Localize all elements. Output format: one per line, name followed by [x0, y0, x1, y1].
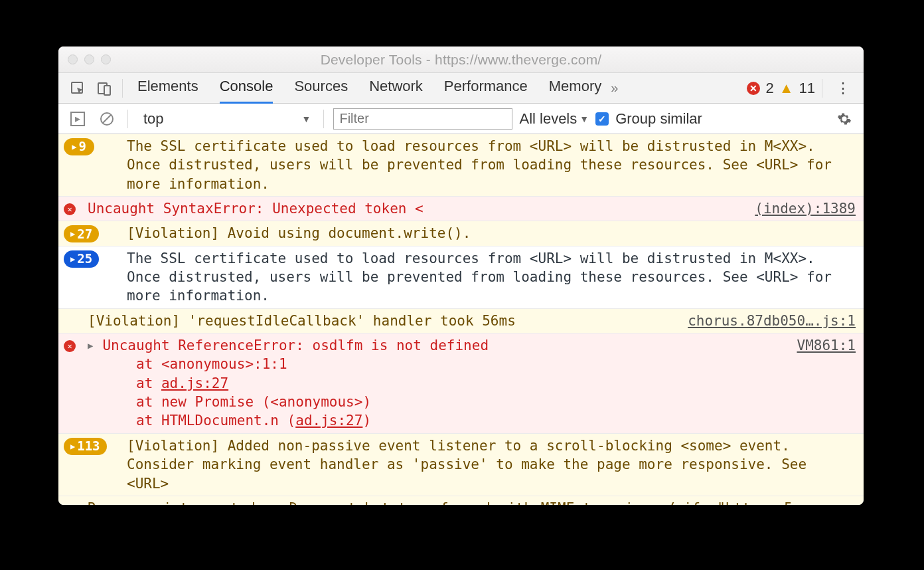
tab-network[interactable]: Network [369, 72, 423, 104]
group-count-pill[interactable]: ▶9 [64, 138, 94, 155]
group-count-pill[interactable]: ▶113 [64, 438, 107, 455]
filter-input[interactable] [333, 108, 512, 130]
traffic-zoom[interactable] [101, 54, 111, 64]
console-row[interactable]: ▶9 The SSL certificate used to load reso… [58, 134, 864, 197]
warning-count: 11 [799, 80, 815, 97]
window-title: Developer Tools - https://www.theverge.c… [321, 52, 602, 68]
error-icon: ✕ [64, 340, 76, 352]
kebab-menu-icon[interactable]: ⋮ [829, 80, 857, 97]
tab-elements[interactable]: Elements [137, 72, 198, 104]
console-row[interactable]: ✕ Uncaught SyntaxError: Unexpected token… [58, 197, 864, 221]
issue-counts[interactable]: ✕ 2 ▲ 11 [747, 80, 815, 97]
chevron-down-icon: ▼ [579, 114, 589, 124]
console-row[interactable]: ▲ Resource interpreted as Document but t… [58, 496, 864, 505]
message-text: [Violation] Avoid using document.write()… [127, 224, 856, 242]
tab-bar: Elements Console Sources Network Perform… [58, 73, 864, 104]
stack-link[interactable]: ad.js:27 [295, 413, 362, 428]
message-text: The SSL certificate used to load resourc… [127, 137, 856, 193]
chevron-down-icon: ▼ [302, 114, 311, 124]
message-text: The SSL certificate used to load resourc… [127, 249, 856, 306]
tab-sources[interactable]: Sources [294, 72, 348, 104]
disclosure-triangle-icon[interactable]: ▶ [88, 339, 93, 352]
svg-line-4 [103, 115, 111, 123]
separator [127, 110, 128, 128]
console-row[interactable]: ▶27 [Violation] Avoid using document.wri… [58, 221, 864, 246]
traffic-lights [68, 54, 111, 64]
svg-rect-2 [104, 86, 110, 95]
group-similar-checkbox[interactable]: ✓ [595, 112, 609, 126]
tab-memory[interactable]: Memory [549, 72, 601, 104]
console-messages: ▶9 The SSL certificate used to load reso… [58, 134, 864, 505]
warning-icon: ▲ [779, 80, 794, 97]
console-row[interactable]: [Violation] 'requestIdleCallback' handle… [58, 309, 864, 333]
group-similar-label: Group similar [615, 110, 702, 128]
levels-label: All levels [519, 110, 577, 128]
gear-icon[interactable] [833, 108, 856, 130]
separator [323, 110, 324, 128]
more-tabs-icon[interactable]: » [605, 80, 623, 96]
message-text: Uncaught ReferenceError: osdlfm is not d… [102, 336, 782, 430]
clear-console-icon[interactable] [96, 108, 118, 130]
context-selector[interactable]: top ▼ [137, 107, 314, 131]
console-toolbar: ▸ top ▼ All levels ▼ ✓ Group similar [58, 104, 864, 134]
traffic-minimize[interactable] [84, 54, 94, 64]
error-icon: ✕ [747, 82, 760, 95]
context-value: top [143, 110, 164, 128]
message-text: [Violation] Added non-passive event list… [127, 436, 856, 493]
message-text: Uncaught SyntaxError: Unexpected token < [88, 199, 740, 218]
separator [822, 79, 822, 98]
inspect-icon[interactable] [66, 77, 89, 100]
separator [122, 79, 123, 98]
source-link[interactable]: (index):1389 [755, 199, 856, 218]
panel-tabs: Elements Console Sources Network Perform… [137, 72, 601, 104]
device-toolbar-icon[interactable] [93, 77, 116, 100]
message-text: Resource interpreted as Document but tra… [88, 499, 856, 505]
tab-console[interactable]: Console [220, 72, 273, 104]
titlebar: Developer Tools - https://www.theverge.c… [58, 47, 864, 73]
tab-performance[interactable]: Performance [444, 72, 528, 104]
group-count-pill[interactable]: ▶27 [64, 225, 99, 242]
console-row[interactable]: ▶113 [Violation] Added non-passive event… [58, 434, 864, 496]
traffic-close[interactable] [68, 54, 78, 64]
stack-link[interactable]: ad.js:27 [161, 375, 228, 391]
error-count: 2 [765, 80, 773, 97]
error-icon: ✕ [64, 203, 76, 215]
message-text: [Violation] 'requestIdleCallback' handle… [88, 312, 673, 330]
warning-icon: ▲ [64, 500, 71, 505]
console-row[interactable]: ▶25 The SSL certificate used to load res… [58, 246, 864, 309]
log-levels-select[interactable]: All levels ▼ [519, 110, 589, 128]
console-row[interactable]: ✕ ▶ Uncaught ReferenceError: osdlfm is n… [58, 333, 864, 434]
source-link[interactable]: VM861:1 [797, 336, 856, 355]
source-link[interactable]: chorus.87db050….js:1 [688, 312, 856, 330]
sidebar-toggle-icon[interactable]: ▸ [66, 108, 89, 130]
devtools-window: Developer Tools - https://www.theverge.c… [58, 47, 864, 505]
group-count-pill[interactable]: ▶25 [64, 250, 99, 268]
